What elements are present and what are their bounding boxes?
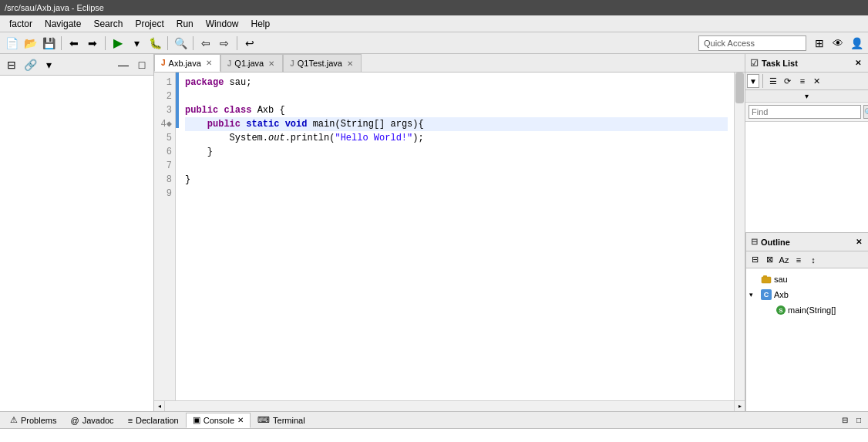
method-icon: S [776,305,786,315]
maximize-sidebar-btn[interactable]: □ [133,56,150,73]
new-button[interactable]: 📄 [3,35,20,52]
menu-project[interactable]: Project [129,17,170,31]
run-dropdown[interactable]: ▾ [128,35,145,52]
forward-button[interactable]: ➡ [84,35,101,52]
next-button[interactable]: ⇨ [216,35,233,52]
prev-button[interactable]: ⇦ [197,35,214,52]
tree-expand-axb[interactable]: ▾ [749,291,759,299]
perspective-button[interactable]: ⊞ [811,35,828,52]
line-num-9: 9 [157,187,172,201]
save-button[interactable]: 💾 [40,35,57,52]
menu-window[interactable]: Window [200,17,245,31]
open-button[interactable]: 📂 [22,35,39,52]
code-line-7 [185,159,728,173]
tab-axb-java[interactable]: J Axb.java ✕ [154,54,220,72]
scrollbar-thumb[interactable] [735,73,744,103]
tab-declaration[interactable]: ≡ Declaration [121,413,186,428]
scroll-track[interactable] [165,401,734,411]
task-list-content [745,122,868,232]
problems-label: Problems [21,416,56,425]
menu-navigate[interactable]: Navigate [39,17,87,31]
outline-btn-1[interactable]: ⊟ [748,253,762,267]
tab-problems[interactable]: ⚠ Problems [3,413,63,428]
scrollbar-vertical[interactable] [734,73,745,400]
menu-run[interactable]: Run [170,17,200,31]
code-line-4: public static void main(String[] args){ [185,117,728,131]
code-editor[interactable]: package sau; public class Axb { public s… [179,73,734,400]
last-edit-button[interactable]: ↩ [241,35,258,52]
tree-label-axb: Axb [774,290,789,299]
editor-area: J Axb.java ✕ J Q1.java ✕ J Q1Test.java ✕… [154,54,745,411]
left-sidebar: ⊟ 🔗 ▾ — □ [0,54,154,411]
scrollbar-horizontal[interactable]: ◂ ▸ [154,400,745,411]
tree-item-main[interactable]: S main(String[] [746,302,868,318]
line-num-4: 4◆ [157,117,172,131]
task-btn-1[interactable]: ☰ [766,74,780,88]
scroll-right-btn[interactable]: ▸ [734,401,745,412]
tree-item-axb[interactable]: ▾ C Axb [746,287,868,302]
quick-access-box[interactable]: Quick Access [698,35,806,51]
profile-button[interactable]: 👤 [848,35,865,52]
find-input[interactable] [749,105,861,119]
tab-close-1[interactable]: ✕ [204,59,214,67]
maximize-console-btn[interactable]: □ [853,414,865,427]
console-close[interactable]: ✕ [237,416,244,424]
line-numbers: 1 2 3 4◆ 5 6 7 8 9 [154,73,176,400]
outline-header: ⊟ Outline ✕ [746,233,868,251]
main-toolbar: 📄 📂 💾 ⬅ ➡ ▶ ▾ 🐛 🔍 ⇦ ⇨ ↩ Quick Access ⊞ 👁… [0,32,868,54]
menu-factor[interactable]: factor [3,17,39,31]
sep3 [167,36,168,50]
search-button[interactable]: 🔍 [172,35,189,52]
sep5 [237,36,237,50]
menu-bar: factor Navigate Search Project Run Windo… [0,15,868,32]
tab-close-2[interactable]: ✕ [267,59,276,68]
bottom-tab-bar: ⚠ Problems @ Javadoc ≡ Declaration ▣ Con… [0,412,868,429]
back-button[interactable]: ⬅ [66,35,82,52]
outline-btn-4[interactable]: ≡ [792,253,806,267]
view-button[interactable]: 👁 [829,35,846,52]
find-row: 🔍 ▸ All ▸ [745,103,868,122]
tab-q1-java[interactable]: J Q1.java ✕ [220,54,283,72]
terminal-icon: ⌨ [257,415,270,425]
task-btn-3[interactable]: ≡ [796,74,809,88]
tab-javadoc[interactable]: @ Javadoc [63,413,120,428]
tab-q1test-java[interactable]: J Q1Test.java ✕ [283,54,362,72]
outline-btn-3[interactable]: Az [777,253,791,267]
outline-btn-2[interactable]: ⊠ [762,253,776,267]
tree-item-sau[interactable]: sau [746,272,868,287]
task-btn-4[interactable]: ✕ [810,74,824,88]
run-button[interactable]: ▶ [109,35,126,52]
code-line-9 [185,187,728,201]
tab-terminal[interactable]: ⌨ Terminal [251,413,312,428]
tab-close-3[interactable]: ✕ [345,59,355,68]
task-list-close[interactable]: ✕ [853,58,863,68]
scroll-left-btn[interactable]: ◂ [154,401,165,412]
find-search-btn[interactable]: 🔍 [863,105,868,119]
link-editor-btn[interactable]: 🔗 [22,56,39,73]
task-dropdown[interactable]: ▼ [747,74,759,88]
line-num-5: 5 [157,131,172,145]
minimize-console-btn[interactable]: ⊟ [839,414,851,427]
outline-close[interactable]: ✕ [853,237,864,247]
bottom-panel: ⚠ Problems @ Javadoc ≡ Declaration ▣ Con… [0,411,868,442]
outline-title: Outline [761,238,850,247]
code-line-1: package sau; [185,76,728,89]
debug-button[interactable]: 🐛 [146,35,163,52]
title-text: /src/sau/Axb.java - Eclipse [5,3,104,12]
right-panel-stack: ☑ Task List ✕ ▼ ☰ ⟳ ≡ ✕ ▾ � [745,54,868,411]
outline-panel: ⊟ Outline ✕ ⊟ ⊠ Az ≡ ↕ [745,233,868,411]
task-chevron[interactable]: ▾ [805,92,809,100]
declaration-label: Declaration [136,416,179,425]
task-btn-2[interactable]: ⟳ [781,74,795,88]
menu-help[interactable]: Help [244,17,276,31]
task-list-header: ☑ Task List ✕ [745,54,868,73]
outline-btn-5[interactable]: ↕ [806,253,820,267]
svg-rect-1 [763,275,767,278]
minimize-sidebar-btn[interactable]: — [115,56,132,73]
tab-console[interactable]: ▣ Console ✕ [186,413,251,428]
bottom-right-buttons: ⊟ □ [839,414,865,427]
collapse-all-btn[interactable]: ⊟ [3,56,20,73]
menu-search[interactable]: Search [87,17,129,31]
tab-bar: J Axb.java ✕ J Q1.java ✕ J Q1Test.java ✕ [154,54,745,73]
view-menu-btn[interactable]: ▾ [40,56,57,73]
